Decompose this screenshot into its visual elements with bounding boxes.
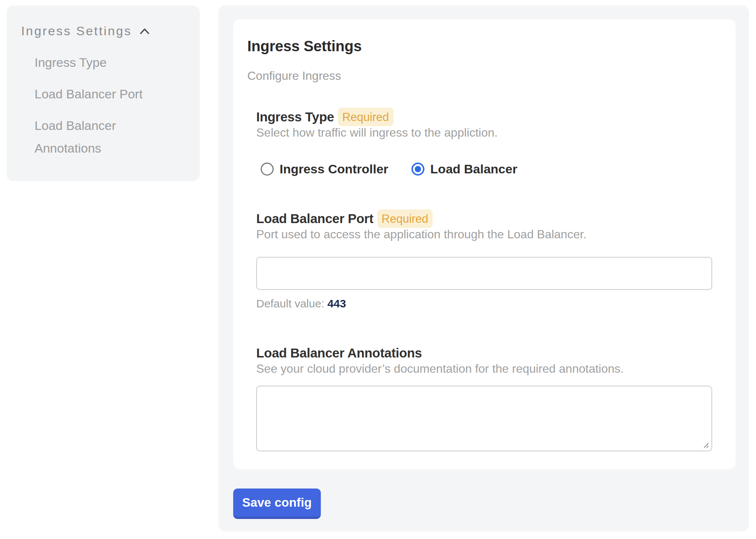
required-badge: Required	[338, 108, 394, 126]
field-label-row: Ingress Type Required	[256, 108, 712, 126]
sidebar-group-title: Ingress Settings	[21, 23, 132, 38]
ingress-type-description: Select how traffic will ingress to the a…	[256, 125, 712, 140]
load-balancer-port-label: Load Balancer Port	[256, 210, 374, 227]
ingress-type-radio-group: Ingress Controller Load Balancer	[256, 161, 712, 177]
field-label-row: Load Balancer Annotations	[256, 344, 712, 362]
sidebar-items: Ingress Type Load Balancer Port Load Bal…	[21, 51, 185, 160]
radio-option-load-balancer[interactable]: Load Balancer	[411, 161, 517, 177]
required-badge: Required	[377, 209, 433, 228]
radio-label-ingress-controller: Ingress Controller	[280, 161, 388, 177]
radio-dot	[415, 166, 421, 172]
field-load-balancer-annotations: Load Balancer Annotations See your cloud…	[256, 344, 712, 451]
resize-handle-icon[interactable]	[701, 440, 709, 448]
sidebar-item-load-balancer-port[interactable]: Load Balancer Port	[21, 83, 177, 105]
radio-load-balancer[interactable]	[411, 163, 424, 176]
sidebar-group-ingress-settings[interactable]: Ingress Settings	[21, 23, 185, 38]
chevron-up-icon	[140, 28, 149, 35]
radio-label-load-balancer: Load Balancer	[430, 161, 517, 177]
radio-option-ingress-controller[interactable]: Ingress Controller	[261, 161, 388, 177]
textarea-wrap	[256, 386, 712, 451]
load-balancer-annotations-label: Load Balancer Annotations	[256, 345, 422, 361]
load-balancer-port-description: Port used to access the application thro…	[256, 227, 712, 242]
load-balancer-port-input[interactable]	[256, 257, 712, 290]
ingress-type-label: Ingress Type	[256, 109, 334, 125]
sidebar-item-ingress-type[interactable]: Ingress Type	[21, 51, 177, 74]
ingress-settings-card: Ingress Settings Configure Ingress Ingre…	[233, 19, 736, 469]
field-label-row: Load Balancer Port Required	[256, 209, 712, 228]
page-subtitle: Configure Ingress	[247, 68, 712, 83]
sidebar-item-load-balancer-annotations[interactable]: Load Balancer Annotations	[21, 114, 177, 160]
load-balancer-annotations-textarea[interactable]	[256, 386, 712, 451]
radio-ingress-controller[interactable]	[261, 163, 274, 176]
default-value: 443	[328, 297, 346, 310]
page-title: Ingress Settings	[247, 37, 712, 55]
load-balancer-annotations-description: See your cloud provider’s documentation …	[256, 361, 712, 376]
field-load-balancer-port: Load Balancer Port Required Port used to…	[256, 209, 712, 310]
save-config-button[interactable]: Save config	[233, 489, 321, 519]
field-ingress-type: Ingress Type Required Select how traffic…	[256, 108, 712, 177]
default-value-label: Default value:	[256, 297, 324, 310]
fields: Ingress Type Required Select how traffic…	[256, 108, 712, 451]
sidebar: Ingress Settings Ingress Type Load Balan…	[7, 6, 200, 181]
main-panel: Ingress Settings Configure Ingress Ingre…	[218, 5, 749, 532]
default-value-line: Default value: 443	[256, 297, 712, 310]
